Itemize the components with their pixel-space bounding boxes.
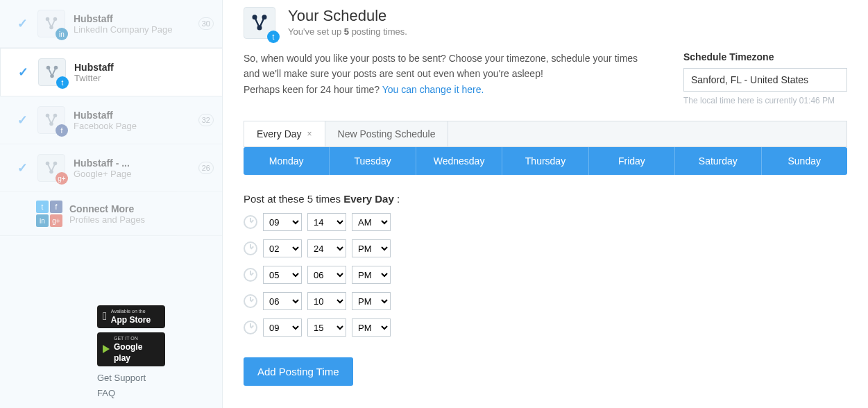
sidebar-item-li[interactable]: ✓inHubstaffLinkedIn Company Page30 xyxy=(0,0,222,48)
account-name: Hubstaff xyxy=(74,110,194,121)
time-row: 0610PM xyxy=(244,292,847,310)
clock-icon xyxy=(244,241,257,255)
intro-text: So, when would you like your posts to be… xyxy=(244,51,656,98)
timezone-note: The local time here is currently 01:46 P… xyxy=(683,96,847,105)
tab-new-schedule[interactable]: New Posting Schedule xyxy=(325,121,449,146)
google-play-small: GET IT ON xyxy=(114,336,160,341)
time-row: 0224PM xyxy=(244,239,847,257)
close-icon[interactable]: × xyxy=(307,129,312,139)
get-support-link[interactable]: Get Support xyxy=(97,371,222,386)
facebook-icon: f xyxy=(50,201,62,213)
timezone-label: Schedule Timezone xyxy=(683,51,847,62)
li-icon: in xyxy=(56,28,68,40)
googleplus-icon: g+ xyxy=(50,214,62,227)
play-icon xyxy=(103,345,110,353)
account-avatar: in xyxy=(36,8,67,39)
account-count-badge: 26 xyxy=(198,162,214,174)
day-friday[interactable]: Friday xyxy=(589,147,675,175)
check-icon: ✓ xyxy=(18,65,28,80)
gp-icon: g+ xyxy=(56,172,68,185)
linkedin-icon: in xyxy=(36,214,49,227)
google-play-big: Google play xyxy=(114,342,142,363)
days-bar: MondayTuesdayWednesdayThursdayFridaySatu… xyxy=(244,147,847,175)
ampm-select[interactable]: AM xyxy=(352,213,391,231)
app-store-badge[interactable]:  Available on the App Store xyxy=(97,305,165,328)
account-avatar: t xyxy=(37,57,67,87)
sidebar-item-tw[interactable]: ✓tHubstaffTwitter xyxy=(0,48,222,96)
hour-select[interactable]: 06 xyxy=(263,292,302,310)
ampm-select[interactable]: PM xyxy=(352,292,391,310)
check-icon: ✓ xyxy=(17,112,28,128)
twitter-icon: t xyxy=(267,31,280,43)
sidebar: ✓inHubstaffLinkedIn Company Page30✓tHubs… xyxy=(0,0,222,408)
account-subtitle: Facebook Page xyxy=(74,121,194,131)
accounts-list: ✓inHubstaffLinkedIn Company Page30✓tHubs… xyxy=(0,0,222,298)
schedule-tabs: Every Day × New Posting Schedule xyxy=(244,121,847,147)
twitter-icon: t xyxy=(36,201,49,213)
account-avatar: g+ xyxy=(36,153,67,183)
hour-select[interactable]: 05 xyxy=(263,266,302,284)
page-title: Your Schedule xyxy=(288,7,407,25)
minute-select[interactable]: 15 xyxy=(307,318,346,337)
account-subtitle: Twitter xyxy=(74,73,214,83)
connect-icons: tfing+ xyxy=(36,201,62,227)
check-icon: ✓ xyxy=(17,16,28,31)
minute-select[interactable]: 06 xyxy=(307,266,346,284)
sidebar-item-fb[interactable]: ✓fHubstaffFacebook Page32 xyxy=(0,96,222,144)
minute-select[interactable]: 10 xyxy=(307,292,346,310)
day-thursday[interactable]: Thursday xyxy=(502,147,588,175)
active-account-avatar: t xyxy=(244,7,278,42)
minute-select[interactable]: 14 xyxy=(307,213,346,231)
day-wednesday[interactable]: Wednesday xyxy=(416,147,502,175)
hour-select[interactable]: 02 xyxy=(263,239,302,257)
add-posting-time-button[interactable]: Add Posting Time xyxy=(244,357,353,386)
clock-icon xyxy=(244,268,257,282)
faq-link[interactable]: FAQ xyxy=(97,386,222,401)
sidebar-item-connect-more[interactable]: tfing+Connect MoreProfiles and Pages xyxy=(0,192,222,236)
minute-select[interactable]: 24 xyxy=(307,239,346,257)
time-row: 0506PM xyxy=(244,266,847,284)
app-store-big: App Store xyxy=(111,315,151,325)
google-play-badge[interactable]: GET IT ON Google play xyxy=(97,332,165,366)
account-subtitle: LinkedIn Company Page xyxy=(74,24,194,35)
account-name: Hubstaff xyxy=(74,62,214,73)
tw-icon: t xyxy=(56,76,69,89)
account-name: Hubstaff xyxy=(74,13,194,24)
connect-sub: Profiles and Pages xyxy=(69,214,214,225)
post-times-label: Post at these 5 times Every Day : xyxy=(244,193,847,205)
sidebar-footer:  Available on the App Store GET IT ON G… xyxy=(0,298,222,408)
ampm-select[interactable]: PM xyxy=(352,266,391,284)
fb-icon: f xyxy=(56,124,68,137)
time-row: 0914AM xyxy=(244,213,847,231)
time-row: 0915PM xyxy=(244,318,847,337)
sidebar-item-gp[interactable]: ✓g+Hubstaff - ...Google+ Page26 xyxy=(0,144,222,192)
check-icon: ✓ xyxy=(17,160,28,176)
clock-icon xyxy=(244,215,257,229)
clock-icon xyxy=(244,321,257,334)
account-count-badge: 30 xyxy=(198,17,214,30)
account-avatar: f xyxy=(36,105,67,135)
day-monday[interactable]: Monday xyxy=(244,147,330,175)
account-count-badge: 32 xyxy=(198,114,214,126)
main-content: t Your Schedule You've set up 5 posting … xyxy=(222,0,868,408)
day-sunday[interactable]: Sunday xyxy=(762,147,847,175)
app-store-small: Available on the xyxy=(111,309,151,314)
connect-name: Connect More xyxy=(69,203,214,214)
hour-select[interactable]: 09 xyxy=(263,318,302,337)
time-rows: 0914AM0224PM0506PM0610PM0915PM xyxy=(244,213,847,337)
day-saturday[interactable]: Saturday xyxy=(675,147,761,175)
ampm-select[interactable]: PM xyxy=(352,239,391,257)
hour-select[interactable]: 09 xyxy=(263,213,302,231)
timezone-input[interactable] xyxy=(683,68,847,92)
clock-icon xyxy=(244,294,257,308)
day-tuesday[interactable]: Tuesday xyxy=(330,147,416,175)
change-time-format-link[interactable]: You can change it here. xyxy=(382,84,484,95)
tab-every-day[interactable]: Every Day × xyxy=(244,121,325,146)
page-subtitle: You've set up 5 posting times. xyxy=(288,26,407,37)
account-name: Hubstaff - ... xyxy=(74,158,194,169)
ampm-select[interactable]: PM xyxy=(352,318,391,337)
apple-icon:  xyxy=(103,310,107,323)
account-subtitle: Google+ Page xyxy=(74,169,194,179)
